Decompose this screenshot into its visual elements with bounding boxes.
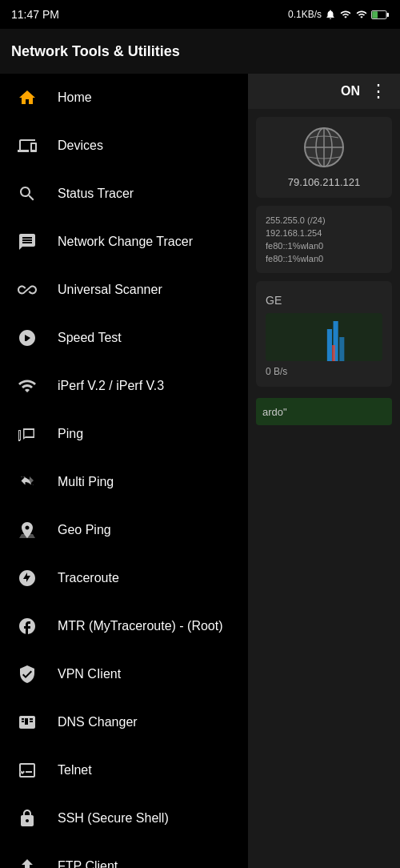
sidebar-item-geo-ping[interactable]: Geo Ping [0,506,248,554]
vpn-client-icon [14,661,40,687]
status-tracer-icon [14,181,40,207]
bs-label: 0 B/s [266,366,382,377]
globe-icon [303,127,345,168]
status-icons: 0.1KB/s [288,9,389,20]
app-header: Network Tools & Utilities [0,29,400,74]
ge-card: GE 0 B/s [256,281,392,387]
main-content-area: ON ⋮ 79.106.211.121 [248,74,400,868]
sidebar-item-speed-test-label: Speed Test [58,331,122,345]
sidebar-item-devices[interactable]: Devices [0,122,248,170]
main-body: 79.106.211.121 255.255.0 (/24) 192.168.1… [248,109,400,868]
dns-changer-icon [14,709,40,735]
home-icon [14,85,40,111]
subnet-mask: 255.255.0 (/24) [266,215,382,225]
ftp-client-icon [14,854,40,868]
sidebar-item-multi-ping-label: Multi Ping [58,475,114,489]
sidebar-item-telnet-label: Telnet [58,763,92,778]
ip-info-card: 79.106.211.121 [256,117,392,198]
sidebar-item-status-tracer-label: Status Tracer [58,187,134,201]
green-status-bar: ardo" [256,398,392,425]
public-ip: 79.106.211.121 [266,176,382,188]
battery-icon [371,10,389,20]
ping-icon [14,421,40,447]
sidebar-item-geo-ping-label: Geo Ping [58,523,111,537]
sidebar-item-telnet[interactable]: Telnet [0,746,248,794]
sidebar-item-dns-changer-label: DNS Changer [58,715,138,729]
sidebar-item-mtr[interactable]: MTR (MyTraceroute) - (Root) [0,602,248,650]
network-change-tracer-icon [14,229,40,255]
speed-indicator: 0.1KB/s [288,9,322,20]
sidebar-item-ftp-client[interactable]: FTP Client [0,842,248,868]
mtr-icon [14,613,40,639]
sidebar-item-speed-test[interactable]: Speed Test [0,314,248,362]
multi-ping-icon [14,469,40,495]
sidebar-item-status-tracer[interactable]: Status Tracer [0,170,248,218]
ge-label: GE [266,294,382,307]
sidebar-item-iperf-label: iPerf V.2 / iPerf V.3 [58,379,164,393]
sidebar-item-devices-label: Devices [58,139,103,153]
globe-icon-container [266,127,382,168]
status-time: 11:47 PM [11,8,59,21]
sidebar-item-vpn-client[interactable]: VPN CIient [0,650,248,698]
sidebar-item-network-change-tracer-label: Network Change Tracer [58,235,193,249]
svg-rect-10 [332,345,335,361]
wifi-icon [355,9,368,20]
sidebar-item-home[interactable]: Home [0,74,248,122]
sidebar-item-universal-scanner-label: Universal Scanner [58,283,162,297]
ipv6-addr-2: fe80::1%wlan0 [266,254,382,263]
navigation-drawer: Home Devices Status Tracer [0,74,248,868]
svg-rect-1 [386,12,389,16]
sidebar-item-traceroute-label: Traceroute [58,571,119,585]
gateway: 192.168.1.254 [266,228,382,238]
sidebar-item-ping[interactable]: Ping [0,410,248,458]
network-details-card: 255.255.0 (/24) 192.168.1.254 fe80::1%wl… [256,206,392,273]
svg-rect-7 [327,329,332,361]
sidebar-item-universal-scanner[interactable]: Universal Scanner [0,266,248,314]
sidebar-item-ssh[interactable]: SSH (Secure Shell) [0,794,248,842]
status-bar: 11:47 PM 0.1KB/s [0,0,400,29]
network-chart [266,313,382,361]
speed-test-icon [14,325,40,351]
sidebar-item-multi-ping[interactable]: Multi Ping [0,458,248,506]
iperf-icon [14,373,40,399]
overflow-menu-button[interactable]: ⋮ [366,78,390,105]
sidebar-item-ping-label: Ping [58,427,83,441]
sidebar-item-home-label: Home [58,90,92,105]
svg-rect-9 [339,337,344,361]
main-layout: Home Devices Status Tracer [0,74,400,868]
alarm-icon [325,9,336,20]
ipv6-addr-1: fe80::1%wlan0 [266,241,382,251]
main-toolbar: ON ⋮ [248,74,400,109]
sidebar-item-mtr-label: MTR (MyTraceroute) - (Root) [58,619,223,633]
traceroute-icon [14,565,40,591]
sidebar-item-dns-changer[interactable]: DNS Changer [0,698,248,746]
geo-ping-icon [14,517,40,543]
universal-scanner-icon [14,277,40,303]
main-header-title: ON [258,84,366,98]
sidebar-item-traceroute[interactable]: Traceroute [0,554,248,602]
sidebar-item-iperf[interactable]: iPerf V.2 / iPerf V.3 [0,362,248,410]
sidebar-item-ftp-client-label: FTP Client [58,859,118,868]
sidebar-item-network-change-tracer[interactable]: Network Change Tracer [0,218,248,266]
signal-icon [339,9,352,20]
app-title: Network Tools & Utilities [11,43,389,60]
telnet-icon [14,757,40,783]
svg-rect-2 [372,11,378,18]
devices-icon [14,133,40,159]
ssh-icon [14,806,40,831]
sidebar-item-ssh-label: SSH (Secure Shell) [58,811,169,826]
green-bar-text: ardo" [262,406,287,418]
sidebar-item-vpn-client-label: VPN CIient [58,667,121,681]
